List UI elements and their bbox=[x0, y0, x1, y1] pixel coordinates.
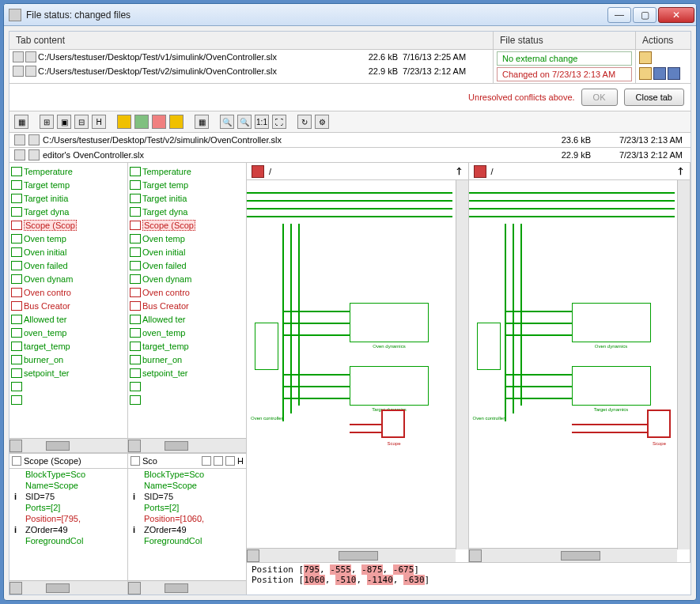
expand-all-icon[interactable]: ⊞ bbox=[40, 115, 54, 129]
tree-item[interactable]: Oven contro bbox=[9, 285, 127, 299]
tree-item[interactable]: Oven dynam bbox=[9, 272, 127, 285]
tree-item[interactable]: Oven dynam bbox=[128, 272, 246, 285]
tree-item[interactable]: Oven initial bbox=[9, 245, 127, 259]
zoom-reset-icon[interactable]: 1:1 bbox=[255, 115, 269, 129]
v-scrollbar[interactable] bbox=[456, 180, 468, 549]
save-action-icon[interactable] bbox=[639, 51, 652, 64]
tree-item[interactable]: Allowed ter bbox=[9, 312, 127, 326]
prop-item[interactable]: Ports=[2] bbox=[9, 502, 127, 513]
grid-icon[interactable]: ▦ bbox=[195, 115, 209, 129]
tree-item[interactable]: Target initia bbox=[9, 191, 127, 205]
prop-item[interactable]: Name=Scope bbox=[9, 480, 127, 491]
tree-item[interactable] bbox=[9, 393, 127, 406]
diagram-block[interactable] bbox=[350, 303, 429, 342]
tree-item[interactable] bbox=[9, 379, 127, 393]
h-icon[interactable]: H bbox=[92, 115, 106, 129]
tree-item[interactable] bbox=[128, 393, 246, 406]
prop-item[interactable]: BlockType=Sco bbox=[9, 469, 127, 480]
h-scrollbar[interactable] bbox=[128, 580, 246, 595]
collapse-icon[interactable]: ⊟ bbox=[74, 115, 89, 129]
tool-icon[interactable] bbox=[152, 115, 166, 129]
diskette-icon[interactable] bbox=[668, 67, 680, 80]
tree-item[interactable]: burner_on bbox=[9, 353, 127, 366]
zoom-in-icon[interactable]: 🔍 bbox=[220, 115, 234, 129]
tool-icon[interactable] bbox=[169, 115, 184, 129]
h-icon[interactable]: H bbox=[237, 456, 244, 466]
settings-icon[interactable]: ⚙ bbox=[315, 115, 329, 129]
prop-item[interactable]: iZOrder=49 bbox=[128, 524, 246, 535]
tree-item[interactable]: Target dyna bbox=[128, 205, 246, 218]
compare-row[interactable]: C:/Users/testuser/Desktop/Test/v2/simuli… bbox=[9, 133, 691, 148]
tree-item[interactable] bbox=[128, 379, 246, 393]
diskette-icon[interactable] bbox=[653, 67, 666, 80]
tree-item[interactable]: Temperature bbox=[9, 164, 127, 178]
prop-item[interactable]: iSID=75 bbox=[9, 491, 127, 502]
tool-icon[interactable] bbox=[202, 456, 211, 466]
h-scrollbar[interactable] bbox=[247, 548, 456, 562]
tree-item[interactable]: Allowed ter bbox=[128, 312, 246, 326]
tree-item[interactable]: Scope (Scop bbox=[9, 218, 127, 232]
tree-item[interactable]: burner_on bbox=[128, 353, 246, 366]
expand-icon[interactable]: ▣ bbox=[57, 115, 71, 129]
tree-item[interactable]: Temperature bbox=[128, 164, 246, 178]
h-scrollbar[interactable] bbox=[9, 580, 127, 595]
prop-item[interactable]: ForegroundCol bbox=[9, 535, 127, 546]
compare-row[interactable]: editor's OvenController.slx22.9 kB7/23/1… bbox=[9, 148, 691, 163]
fit-icon[interactable]: ⛶ bbox=[272, 115, 286, 129]
tree-item[interactable]: Oven failed bbox=[128, 259, 246, 272]
tree-item[interactable]: Oven contro bbox=[128, 285, 246, 299]
ok-button[interactable]: OK bbox=[581, 89, 618, 106]
up-arrow-icon[interactable]: 🡑 bbox=[676, 167, 685, 176]
tool-icon[interactable] bbox=[214, 456, 223, 466]
diagram-block[interactable] bbox=[572, 366, 651, 406]
prop-item[interactable]: ForegroundCol bbox=[128, 535, 246, 546]
tool-icon[interactable] bbox=[117, 115, 131, 129]
titlebar[interactable]: File status: changed files — ▢ ✕ bbox=[4, 4, 696, 26]
tree-item[interactable]: Target temp bbox=[128, 178, 246, 191]
tree-item[interactable]: Target dyna bbox=[9, 205, 127, 218]
tree-item[interactable]: Oven temp bbox=[128, 232, 246, 245]
file-row[interactable]: C:/Users/testuser/Desktop/Test/v2/simuli… bbox=[9, 64, 493, 78]
tree-item[interactable]: oven_temp bbox=[128, 326, 246, 339]
tree-item[interactable]: Oven temp bbox=[9, 232, 127, 245]
maximize-button[interactable]: ▢ bbox=[633, 7, 656, 23]
minimize-button[interactable]: — bbox=[607, 7, 631, 23]
tree-item[interactable]: Target initia bbox=[128, 191, 246, 205]
zoom-out-icon[interactable]: 🔍 bbox=[237, 115, 252, 129]
close-tab-button[interactable]: Close tab bbox=[624, 89, 684, 106]
up-arrow-icon[interactable]: 🡑 bbox=[455, 167, 464, 176]
tool-icon[interactable] bbox=[225, 456, 235, 466]
h-scrollbar[interactable] bbox=[469, 548, 678, 562]
prop-item[interactable]: Position=[795, bbox=[9, 513, 127, 524]
prop-item[interactable]: iZOrder=49 bbox=[9, 524, 127, 535]
tree-item[interactable]: target_temp bbox=[128, 339, 246, 353]
refresh-icon[interactable]: ↻ bbox=[297, 115, 312, 129]
diagram-block[interactable] bbox=[255, 323, 278, 370]
h-scrollbar[interactable] bbox=[9, 438, 127, 452]
prop-item[interactable]: iSID=75 bbox=[128, 491, 246, 502]
diagram-block[interactable] bbox=[350, 366, 429, 406]
diagram-block[interactable] bbox=[477, 323, 501, 370]
prop-item[interactable]: BlockType=Sco bbox=[128, 469, 246, 480]
diagram-block[interactable] bbox=[647, 410, 671, 438]
tree-item[interactable]: oven_temp bbox=[9, 326, 127, 339]
prop-item[interactable]: Ports=[2] bbox=[128, 502, 246, 513]
prop-item[interactable]: Position=[1060, bbox=[128, 513, 246, 524]
tree-item[interactable]: Oven failed bbox=[9, 259, 127, 272]
diagram-block[interactable] bbox=[381, 410, 405, 438]
tree-item[interactable]: Scope (Scop bbox=[128, 218, 246, 232]
save-action-icon[interactable] bbox=[639, 67, 652, 80]
tree-item[interactable]: setpoint_ter bbox=[9, 366, 127, 379]
canvas-left[interactable]: / 🡑 Oven dynamicsTarget dynamicsScopeOve… bbox=[247, 163, 469, 562]
prop-item[interactable]: Name=Scope bbox=[128, 480, 246, 491]
tool-icon[interactable]: ▦ bbox=[14, 115, 28, 129]
tree-item[interactable]: target_temp bbox=[9, 339, 127, 353]
tree-item[interactable]: Bus Creator bbox=[9, 299, 127, 312]
v-scrollbar[interactable] bbox=[677, 180, 690, 549]
canvas-right[interactable]: / 🡑 Oven dynamicsTarget dynamicsScopeOve… bbox=[469, 163, 691, 562]
tool-icon[interactable] bbox=[134, 115, 149, 129]
tree-item[interactable]: Bus Creator bbox=[128, 299, 246, 312]
tree-item[interactable]: Oven initial bbox=[128, 245, 246, 259]
file-row[interactable]: C:/Users/testuser/Desktop/Test/v1/simuli… bbox=[9, 50, 493, 64]
tree-item[interactable]: Target temp bbox=[9, 178, 127, 191]
